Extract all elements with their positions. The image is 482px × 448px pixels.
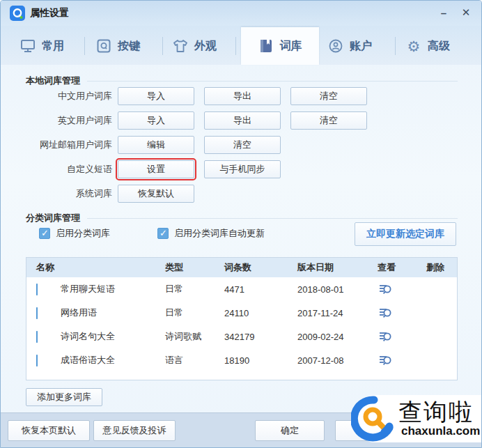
book-icon (258, 38, 274, 54)
tab-keys[interactable]: 按键 (96, 27, 140, 65)
row-label: 网址邮箱用户词库 (1, 139, 112, 151)
dict-date: 2007-12-08 (287, 355, 368, 366)
table-row: 网络用语 日常 24110 2017-11-24 (26, 301, 457, 325)
row-english-user-dict: 英文用户词库 导入 导出 清空 (1, 111, 367, 130)
settings-button-highlighted[interactable]: 设置 (118, 160, 194, 178)
view-icon[interactable] (378, 329, 393, 344)
section-title: 分类词库管理 (26, 212, 80, 224)
row-chinese-user-dict: 中文用户词库 导入 导出 清空 (1, 87, 367, 105)
checkbox-enable-category-dict[interactable]: 启用分类词库 (39, 227, 110, 240)
content-panel: 本地词库管理 中文用户词库 导入 导出 清空 英文用户词库 导入 导出 清空 网… (1, 65, 481, 412)
tab-label: 高级 (428, 39, 450, 54)
watermark-logo-icon (351, 396, 397, 442)
tab-advanced[interactable]: ⚙ 高级 (406, 27, 450, 65)
restore-page-defaults-button[interactable]: 恢复本页默认 (8, 420, 90, 441)
checkbox-auto-update[interactable]: 启用分类词库自动更新 (157, 227, 265, 240)
col-name: 名称 (26, 261, 155, 274)
checkbox-checked-icon[interactable] (39, 228, 50, 239)
import-button[interactable]: 导入 (118, 87, 194, 105)
dict-name: 成语俗语大全 (50, 354, 155, 366)
row-custom-phrases: 自定义短语 设置 与手机同步 (1, 160, 281, 178)
dict-type: 日常 (155, 307, 215, 319)
dict-type: 诗词歌赋 (155, 330, 215, 343)
gear-icon: ⚙ (406, 38, 421, 54)
view-icon[interactable] (378, 305, 393, 320)
feedback-button[interactable]: 意见反馈及投诉 (93, 420, 176, 441)
monitor-icon (20, 38, 36, 54)
tab-account[interactable]: 账户 (328, 27, 372, 65)
row-checkbox[interactable] (36, 355, 38, 366)
clear-button[interactable]: 清空 (204, 136, 281, 154)
col-view: 查看 (368, 261, 414, 274)
dict-count: 342179 (215, 332, 287, 342)
col-type: 类型 (155, 261, 215, 274)
col-date: 版本日期 (287, 261, 368, 274)
app-logo-icon (10, 6, 25, 21)
dict-date: 2017-11-24 (287, 308, 368, 318)
import-button[interactable]: 导入 (118, 111, 194, 130)
view-icon[interactable] (378, 281, 393, 297)
dict-count: 24110 (215, 308, 287, 318)
tab-bar: 常用 按键 外观 词库 账户 (1, 26, 481, 65)
dict-count: 18190 (215, 355, 287, 366)
table-row: 常用聊天短语 日常 4471 2018-08-01 (26, 277, 457, 301)
row-url-email-dict: 网址邮箱用户词库 编辑 清空 (1, 136, 281, 154)
dict-count: 4471 (215, 284, 287, 295)
tab-divider (162, 37, 163, 55)
table-header: 名称 类型 词条数 版本日期 查看 删除 (26, 258, 457, 277)
row-system-dict: 系统词库 恢复默认 (1, 185, 194, 203)
dict-date: 2009-02-24 (287, 332, 368, 342)
row-label: 系统词库 (1, 187, 112, 200)
user-icon (328, 38, 343, 54)
section-title: 本地词库管理 (26, 75, 80, 87)
tab-divider (84, 37, 85, 55)
titlebar: 属性设置 – ✕ (1, 1, 481, 26)
dict-date: 2018-08-01 (287, 284, 368, 295)
tab-label: 按键 (118, 39, 140, 54)
tab-divider (235, 37, 236, 55)
sync-with-phone-button[interactable]: 与手机同步 (204, 160, 281, 178)
col-delete: 删除 (414, 261, 457, 274)
row-label: 中文用户词库 (1, 90, 112, 102)
col-count: 词条数 (215, 261, 287, 274)
edit-button[interactable]: 编辑 (118, 136, 194, 154)
minimize-button[interactable]: – (434, 3, 453, 22)
checkbox-checked-icon[interactable] (157, 228, 169, 239)
dict-table: 名称 类型 词条数 版本日期 查看 删除 常用聊天短语 日常 4471 2018… (26, 257, 458, 380)
tab-dictionary[interactable]: 词库 (241, 27, 319, 65)
tshirt-icon (173, 38, 188, 54)
window-title: 属性设置 (30, 7, 69, 20)
ok-button[interactable]: 确定 (255, 420, 325, 441)
table-row: 诗词名句大全 诗词歌赋 342179 2009-02-24 (26, 325, 457, 348)
update-selected-dicts-button[interactable]: 立即更新选定词库 (355, 222, 456, 246)
tab-divider (395, 37, 396, 55)
table-row: 成语俗语大全 语言 18190 2007-12-08 (26, 348, 457, 372)
dict-name: 网络用语 (50, 307, 155, 319)
tab-label: 账户 (350, 39, 372, 54)
watermark-domain-text: chaxunla.com (401, 424, 480, 438)
local-section-header: 本地词库管理 (26, 75, 458, 87)
tab-label: 外观 (194, 39, 217, 54)
dict-name: 常用聊天短语 (50, 283, 155, 295)
dict-type: 日常 (155, 283, 215, 295)
clear-button[interactable]: 清空 (290, 111, 367, 130)
tab-label: 词库 (280, 39, 302, 54)
tab-common[interactable]: 常用 (20, 27, 64, 65)
view-icon[interactable] (378, 353, 393, 368)
tab-appearance[interactable]: 外观 (173, 27, 217, 65)
clear-button[interactable]: 清空 (290, 87, 367, 105)
row-checkbox[interactable] (36, 331, 38, 343)
export-button[interactable]: 导出 (204, 111, 281, 130)
row-checkbox[interactable] (36, 284, 38, 295)
add-more-dicts-button[interactable]: 添加更多词库 (26, 388, 102, 406)
dict-name: 诗词名句大全 (50, 330, 155, 343)
dict-type: 语言 (155, 354, 215, 366)
row-checkbox[interactable] (36, 307, 38, 319)
row-label: 自定义短语 (1, 163, 112, 176)
watermark: 查询啦 chaxunla.com (351, 395, 481, 442)
close-button[interactable]: ✕ (456, 3, 476, 22)
row-label: 英文用户词库 (1, 114, 112, 127)
export-button[interactable]: 导出 (204, 87, 281, 105)
tab-label: 常用 (42, 39, 64, 54)
restore-default-button[interactable]: 恢复默认 (118, 185, 194, 203)
